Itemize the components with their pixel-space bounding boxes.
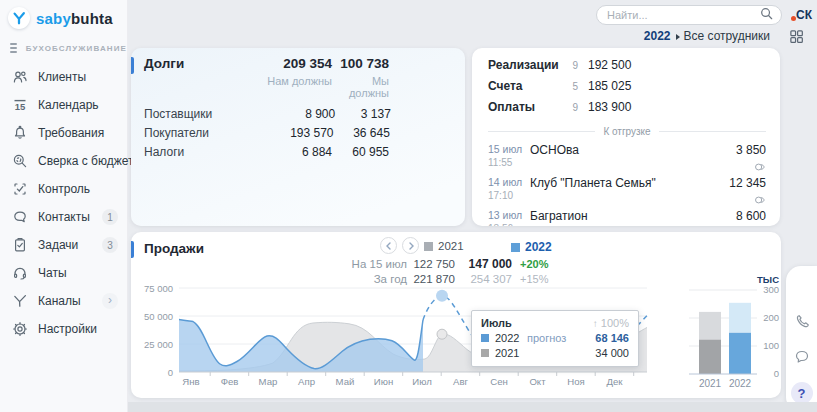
sidebar-item-control[interactable]: Контроль xyxy=(0,175,127,203)
document-icon xyxy=(714,224,766,226)
sidebar-item-clients[interactable]: Клиенты xyxy=(0,63,127,91)
tooltip-swatch-2021 xyxy=(481,349,489,357)
bottom-strip xyxy=(128,402,817,412)
svg-text:15: 15 xyxy=(14,101,25,112)
hamburger-icon xyxy=(10,41,17,55)
svg-text:75 000: 75 000 xyxy=(144,283,173,294)
arrow-up-icon: ↑ xyxy=(593,318,598,329)
svg-text:Дек: Дек xyxy=(606,376,623,387)
dashboard-grid-icon[interactable] xyxy=(789,29,804,48)
svg-text:50 000: 50 000 xyxy=(144,311,173,322)
legend-2022[interactable]: 2022 xyxy=(511,240,552,254)
svg-text:0: 0 xyxy=(168,367,173,378)
shipment-row[interactable]: 14 июл17:10 Клуб "Планета Семья" 12 345 xyxy=(488,173,766,206)
tasks-count-badge: 3 xyxy=(102,237,118,253)
svg-text:Май: Май xyxy=(336,376,355,387)
logo-text-saby: saby xyxy=(36,10,71,27)
next-period-button[interactable] xyxy=(402,237,419,254)
bar-2022-forecast xyxy=(729,303,751,333)
debts-col-label-owed-to-us: Нам должны xyxy=(206,75,332,87)
clients-icon xyxy=(11,69,28,86)
shipping-divider: К отгрузке xyxy=(488,126,766,137)
main-area: СК 2022Все сотрудники Долги 209 354 100 … xyxy=(128,0,817,412)
phone-icon[interactable] xyxy=(793,312,811,330)
shipment-row[interactable]: 15 июл11:55 ОСНОва 3 850 xyxy=(488,140,766,173)
scope-value[interactable]: Все сотрудники xyxy=(684,29,770,43)
logo-text-buhta: buhta xyxy=(71,10,113,27)
year-totals-bar-chart[interactable]: ТЫС 300 200 100 0 2021 2022 xyxy=(683,272,787,392)
user-avatar[interactable]: СК xyxy=(796,8,812,22)
svg-text:Ноя: Ноя xyxy=(567,376,584,387)
logo[interactable]: sabybuhta xyxy=(0,0,127,29)
sidebar-nav: Клиенты 15 Календарь Требования Сверка с… xyxy=(0,63,127,343)
bar-2021-forecast xyxy=(699,312,721,340)
quick-actions-panel: ? xyxy=(786,266,817,412)
checkbox-icon xyxy=(11,181,28,198)
sidebar-item-calendar[interactable]: 15 Календарь xyxy=(0,91,127,119)
sidebar-item-budget-check[interactable]: Сверка с бюджетом xyxy=(0,147,127,175)
section-switcher[interactable]: БУХОБСЛУЖИВАНИЕ xyxy=(0,29,127,59)
sidebar-item-label: Чаты xyxy=(38,266,67,280)
sidebar-item-label: Клиенты xyxy=(38,70,86,84)
sidebar-item-channels[interactable]: Каналы › xyxy=(0,287,127,315)
notification-dot xyxy=(791,16,796,21)
chevron-right-icon[interactable]: › xyxy=(102,293,118,309)
summary-row-payments[interactable]: Оплаты 9 183 900 xyxy=(488,100,766,121)
summary-row-sales-docs[interactable]: Реализации 9 192 500 xyxy=(488,58,766,79)
card-accent-bar xyxy=(131,57,134,74)
headset-icon xyxy=(11,265,28,282)
growth-badge: +20% xyxy=(512,258,560,270)
search-icon[interactable] xyxy=(760,6,773,24)
tooltip-month: Июль xyxy=(481,317,593,329)
debts-col-label-we-owe: Мы должны xyxy=(332,75,389,99)
legend-2021[interactable]: 2021 xyxy=(424,240,464,252)
help-button[interactable]: ? xyxy=(791,382,813,404)
legend-swatch-2022 xyxy=(511,243,520,252)
sidebar-item-label: Настройки xyxy=(38,322,97,336)
svg-text:25 000: 25 000 xyxy=(144,339,173,350)
chart-tooltip: Июль ↑ 100% 2022 прогноз 68 146 2021 34 … xyxy=(471,310,639,367)
tooltip-row-2021: 2021 34 000 xyxy=(481,347,629,359)
sidebar-item-label: Каналы xyxy=(38,294,81,308)
coins-icon xyxy=(714,191,766,203)
sidebar: sabybuhta БУХОБСЛУЖИВАНИЕ Клиенты 15 Кал… xyxy=(0,0,128,412)
calendar-icon: 15 xyxy=(11,97,28,114)
sidebar-item-chats[interactable]: Чаты xyxy=(0,259,127,287)
tooltip-growth-pct: 100% xyxy=(601,317,629,329)
bird-icon xyxy=(11,293,28,310)
app-window: sabybuhta БУХОБСЛУЖИВАНИЕ Клиенты 15 Кал… xyxy=(0,0,817,412)
svg-text:Фев: Фев xyxy=(221,376,239,387)
debts-row-buyers[interactable]: Покупатели 193 570 36 645 xyxy=(131,126,465,145)
debts-title[interactable]: Долги xyxy=(144,56,206,71)
period-selector[interactable]: 2022Все сотрудники xyxy=(558,29,770,43)
svg-text:Авг: Авг xyxy=(453,376,468,387)
chat-bubble-icon[interactable] xyxy=(793,347,811,365)
svg-text:Сен: Сен xyxy=(490,376,508,387)
svg-text:300: 300 xyxy=(763,284,779,295)
year-value[interactable]: 2022 xyxy=(644,29,671,43)
sidebar-item-requirements[interactable]: Требования xyxy=(0,119,127,147)
sidebar-item-settings[interactable]: Настройки xyxy=(0,315,127,343)
contacts-count-badge: 1 xyxy=(102,209,118,225)
debts-row-taxes[interactable]: Налоги 6 884 60 955 xyxy=(131,145,465,164)
debts-total-owed-to-us: 209 354 xyxy=(206,56,332,71)
svg-text:Июл: Июл xyxy=(412,376,431,387)
legend-swatch-2021 xyxy=(424,242,433,251)
hover-marker-2022 xyxy=(436,290,448,302)
sales-title[interactable]: Продажи xyxy=(144,241,204,256)
debts-row-suppliers[interactable]: Поставщики 8 900 3 137 xyxy=(131,107,465,126)
bar-2021-actual xyxy=(699,340,721,374)
card-accent-bar xyxy=(131,241,134,258)
tasks-icon xyxy=(11,237,28,254)
search-input[interactable] xyxy=(605,8,760,22)
sidebar-item-tasks[interactable]: Задачи 3 xyxy=(0,231,127,259)
svg-text:200: 200 xyxy=(763,312,779,323)
section-label: БУХОБСЛУЖИВАНИЕ xyxy=(26,44,127,53)
shipment-row[interactable]: 13 июл13:56 БагратионБухгалтерское обслу… xyxy=(488,206,766,226)
prev-period-button[interactable] xyxy=(380,237,397,254)
search-bar[interactable] xyxy=(596,5,782,25)
summary-row-invoices[interactable]: Счета 5 185 025 xyxy=(488,79,766,100)
sidebar-item-contacts[interactable]: Контакты 1 xyxy=(0,203,127,231)
magnifier-icon xyxy=(11,153,28,170)
stats-row-to-date: На 15 июл 122 750 147 000 +20% xyxy=(311,257,560,273)
